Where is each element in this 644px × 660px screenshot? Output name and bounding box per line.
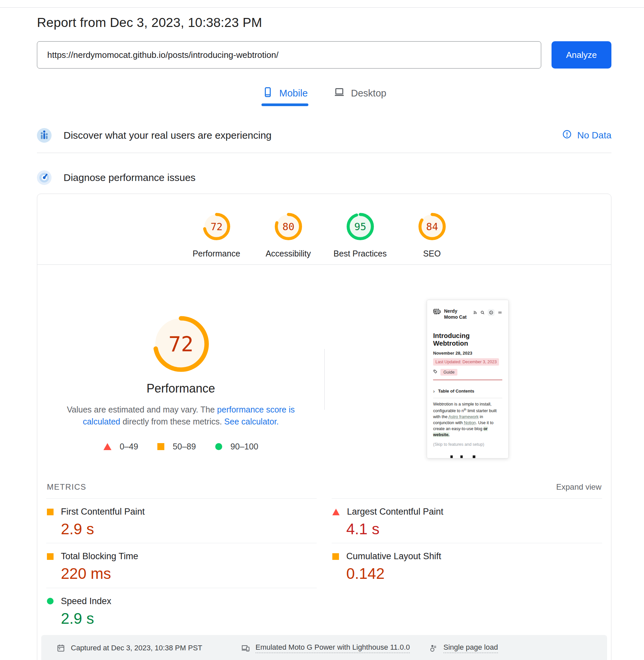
svg-text:95: 95 — [354, 221, 366, 232]
site-name: Nerdy Momo Cat — [444, 308, 470, 320]
pixel-cat-image — [443, 455, 493, 458]
site-favicon-cat — [433, 309, 441, 314]
score-best-practices[interactable]: 95 Best Practices — [324, 212, 396, 258]
url-input[interactable] — [37, 41, 541, 69]
metrics-section: METRICS Expand view First Contentful Pai… — [37, 482, 611, 632]
info-icon — [562, 130, 572, 141]
search-icon — [480, 310, 485, 315]
svg-text:80: 80 — [282, 221, 294, 232]
expand-view-button[interactable]: Expand view — [556, 482, 601, 492]
tab-desktop[interactable]: Desktop — [333, 85, 387, 106]
device-tabs: Mobile Desktop — [37, 85, 612, 106]
metric-rating-icon — [332, 509, 340, 515]
legend-triangle-icon — [104, 443, 111, 450]
menu-icon — [498, 310, 502, 315]
score-label: Accessibility — [266, 249, 311, 258]
post-title: Introducing Webtrotion — [433, 332, 502, 347]
emulated-device: Emulated Moto G Power with Lighthouse 11… — [241, 643, 429, 653]
svg-text:84: 84 — [426, 221, 438, 232]
metrics-heading: METRICS — [47, 482, 87, 492]
metric-rating-icon — [47, 509, 53, 515]
pagespeed-report-page: Report from Dec 3, 2023, 10:38:23 PM Ana… — [0, 0, 644, 660]
metric-value: 2.9 s — [61, 610, 317, 627]
best-practices-score-gauge: 95 — [346, 212, 374, 241]
metric-speed-index: Speed Index 2.9 s — [46, 588, 317, 632]
single-page-icon — [429, 644, 438, 652]
score-accessibility[interactable]: 80 Accessibility — [252, 212, 324, 258]
metric-value: 4.1 s — [346, 521, 602, 537]
performance-gauge-label: Performance — [146, 382, 215, 395]
performance-summary-pane: 72 Performance Values are estimated and … — [37, 265, 324, 475]
theme-toggle-icon — [488, 309, 495, 316]
top-divider — [0, 7, 644, 8]
desktop-laptop-icon — [334, 87, 345, 100]
report-card: 72 Performance 80 Accessibility 95 Best … — [37, 194, 612, 660]
legend-range: 0–49 — [120, 442, 138, 451]
analyze-button[interactable]: Analyze — [552, 41, 612, 69]
post-excerpt: Webtrotion is a simple to install, confi… — [433, 401, 502, 438]
svg-text:72: 72 — [168, 332, 193, 356]
metric-largest-contentful-paint: Largest Contentful Paint 4.1 s — [332, 498, 602, 543]
legend-item-average: 50–89 — [157, 442, 196, 451]
score-performance[interactable]: 72 Performance — [181, 212, 252, 258]
score-legend: 0–49 50–89 90–100 — [104, 442, 258, 451]
metric-first-contentful-paint: First Contentful Paint 2.9 s — [46, 498, 317, 543]
metric-rating-icon — [47, 598, 53, 605]
metric-rating-icon — [47, 553, 53, 560]
score-seo[interactable]: 84 SEO — [396, 212, 468, 258]
discover-section-title: Discover what your real users are experi… — [64, 130, 272, 141]
rss-icon — [473, 310, 477, 315]
see-calculator-link[interactable]: See calculator. — [224, 417, 279, 426]
tag-icon — [433, 369, 438, 375]
gauge-description: Values are estimated and may vary. The p… — [64, 404, 298, 428]
single-page-load: Single page load — [429, 643, 592, 653]
capture-environment-footer: Captured at Dec 3, 2023, 10:38 PM PST Em… — [41, 635, 607, 660]
metric-value: 220 ms — [61, 566, 317, 582]
performance-main-gauge: 72 — [151, 314, 211, 373]
metric-rating-icon — [332, 553, 339, 560]
legend-square-icon — [157, 443, 164, 450]
page-title: Report from Dec 3, 2023, 10:38:23 PM — [37, 15, 612, 30]
post-date: November 28, 2023 — [433, 350, 502, 356]
metric-value: 0.142 — [346, 566, 602, 582]
legend-range: 50–89 — [172, 442, 196, 451]
thumb-divider — [433, 380, 502, 380]
no-data-label: No Data — [577, 130, 612, 141]
score-label: SEO — [423, 249, 441, 258]
metric-value: 2.9 s — [61, 521, 317, 537]
score-label: Best Practices — [334, 249, 387, 258]
tab-mobile[interactable]: Mobile — [261, 85, 308, 106]
legend-range: 90–100 — [231, 442, 258, 451]
tab-desktop-label: Desktop — [351, 88, 386, 99]
mobile-phone-icon — [262, 87, 273, 100]
last-updated-badge: Last Updated: December 3, 2023 — [433, 358, 499, 366]
table-of-contents: › Table of Contents — [433, 388, 502, 394]
diagnose-section: Diagnose performance issues — [37, 170, 612, 185]
svg-text:72: 72 — [210, 221, 222, 232]
calendar-icon — [56, 644, 65, 652]
captured-at: Captured at Dec 3, 2023, 10:38 PM PST — [56, 643, 241, 653]
astro-framework-link: Astro framework — [448, 414, 479, 419]
performance-score-gauge: 72 — [203, 212, 231, 241]
score-label: Performance — [192, 249, 240, 258]
legend-item-poor: 0–49 — [104, 442, 138, 451]
devices-icon — [241, 644, 250, 652]
diagnose-section-title: Diagnose performance issues — [64, 172, 196, 183]
post-tag: Guide — [440, 369, 457, 375]
accessibility-score-gauge: 80 — [274, 212, 302, 241]
category-scores: 72 Performance 80 Accessibility 95 Best … — [37, 194, 611, 258]
page-screenshot-thumbnail: Nerdy Momo Cat Introducing Webtrotion No… — [427, 300, 509, 458]
legend-circle-icon — [215, 443, 222, 450]
performance-gauge-icon — [37, 170, 51, 185]
real-users-icon — [37, 128, 51, 143]
seo-score-gauge: 84 — [418, 212, 446, 241]
legend-item-good: 90–100 — [215, 442, 258, 451]
pane-divider — [324, 349, 325, 410]
thumb-divider — [433, 398, 502, 398]
no-data-status[interactable]: No Data — [562, 130, 612, 141]
tab-mobile-label: Mobile — [279, 88, 308, 99]
notion-link: Notion — [464, 420, 476, 425]
metric-cumulative-layout-shift: Cumulative Layout Shift 0.142 — [332, 543, 602, 588]
metric-total-blocking-time: Total Blocking Time 220 ms — [46, 543, 317, 588]
skip-link: (Skip to features and setup) — [433, 442, 502, 447]
